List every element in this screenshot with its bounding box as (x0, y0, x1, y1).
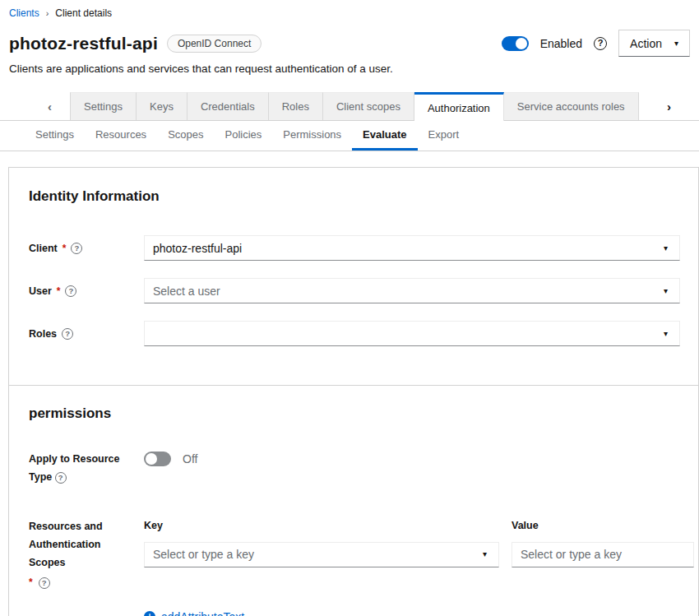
apply-help-icon[interactable]: ? (55, 472, 67, 484)
identity-form: Client * ? photoz-restful-api ▾ User * ?… (29, 235, 680, 346)
subtab-scopes[interactable]: Scopes (157, 121, 214, 151)
required-asterisk: * (57, 285, 61, 297)
tab-client-scopes[interactable]: Client scopes (323, 92, 414, 120)
user-select[interactable]: Select a user ▾ (144, 278, 680, 303)
apply-to-resource-type-row: Apply to Resource Type ? Off (29, 451, 680, 487)
help-icon[interactable]: ? (594, 37, 607, 50)
caret-down-icon: ▾ (664, 287, 671, 295)
apply-to-resource-type-toggle[interactable] (144, 452, 171, 466)
caret-down-icon: ▾ (664, 244, 671, 252)
subtab-permissions[interactable]: Permissions (272, 121, 352, 151)
tab-settings[interactable]: Settings (70, 92, 137, 120)
enabled-label: Enabled (540, 37, 582, 50)
client-select[interactable]: photoz-restful-api ▾ (144, 235, 680, 261)
user-select-placeholder: Select a user (153, 285, 220, 298)
subtab-policies[interactable]: Policies (215, 121, 273, 151)
client-field-label: Client * ? (29, 243, 144, 254)
subtab-export[interactable]: Export (418, 121, 470, 151)
key-value-columns: Key Select or type a key ▾ Value (144, 518, 694, 567)
action-dropdown[interactable]: Action ▾ (618, 30, 690, 57)
identity-information-title: Identity Information (29, 188, 680, 205)
key-column-header: Key (144, 520, 499, 531)
client-select-value: photoz-restful-api (153, 242, 242, 255)
caret-down-icon: ▾ (674, 39, 678, 48)
enabled-toggle[interactable] (502, 36, 529, 51)
value-input[interactable] (521, 548, 685, 561)
resources-help-icon[interactable]: ? (39, 577, 50, 589)
value-input-wrap (512, 542, 694, 567)
tab-credentials[interactable]: Credentials (187, 92, 269, 120)
key-column: Key Select or type a key ▾ (144, 518, 499, 567)
subtab-evaluate[interactable]: Evaluate (352, 121, 417, 151)
tab-roles[interactable]: Roles (269, 92, 323, 120)
roles-field-label: Roles ? (29, 328, 144, 340)
resources-scopes-row: Resources and Authentication Scopes * ? … (29, 518, 680, 592)
identity-information-section: Identity Information Client * ? photoz-r… (9, 168, 698, 385)
client-field-row: Client * ? photoz-restful-api ▾ (29, 235, 680, 261)
add-attribute-button[interactable]: addAttributeText (161, 610, 244, 616)
roles-field-row: Roles ? ▾ (29, 321, 680, 346)
tab-scroll-left-icon[interactable]: ‹ (0, 92, 70, 120)
user-field-row: User * ? Select a user ▾ (29, 278, 680, 303)
tab-service-accounts-roles[interactable]: Service accounts roles (504, 92, 639, 120)
resources-scopes-label: Resources and Authentication Scopes * ? (29, 518, 144, 592)
apply-toggle-control: Off (144, 452, 197, 466)
user-field-label: User * ? (29, 285, 144, 297)
page-title: photoz-restful-api (9, 34, 158, 53)
evaluate-card: Identity Information Client * ? photoz-r… (8, 167, 699, 616)
permissions-section: permissions Apply to Resource Type ? Off… (9, 386, 698, 616)
subtab-settings[interactable]: Settings (25, 121, 85, 151)
action-dropdown-label: Action (630, 37, 662, 50)
key-select-placeholder: Select or type a key (153, 548, 254, 561)
page-header: photoz-restful-api OpenID Connect Enable… (9, 30, 690, 57)
breadcrumb-clients-link[interactable]: Clients (9, 7, 39, 19)
required-asterisk: * (62, 243, 67, 254)
caret-down-icon: ▾ (483, 550, 490, 558)
page-description: Clients are applications and services th… (9, 63, 690, 75)
roles-select[interactable]: ▾ (144, 321, 680, 346)
caret-down-icon: ▾ (664, 330, 671, 338)
toggle-state-label: Off (183, 452, 197, 465)
subtab-resources[interactable]: Resources (85, 121, 157, 151)
toggle-knob (146, 453, 157, 465)
required-help-line: * ? (29, 574, 134, 591)
protocol-badge: OpenID Connect (167, 35, 262, 53)
breadcrumb-current: Client details (55, 7, 112, 19)
permissions-title: permissions (29, 405, 680, 422)
client-help-icon[interactable]: ? (71, 243, 82, 254)
tab-keys[interactable]: Keys (137, 92, 187, 120)
main-tabbar: ‹ Settings Keys Credentials Roles Client… (0, 92, 699, 121)
toggle-knob (516, 38, 527, 49)
authorization-subtabs: Settings Resources Scopes Policies Permi… (0, 121, 699, 151)
breadcrumb-separator-icon: › (46, 8, 49, 18)
user-help-icon[interactable]: ? (65, 285, 76, 297)
apply-to-resource-type-label: Apply to Resource Type ? (29, 451, 144, 487)
title-wrap: photoz-restful-api OpenID Connect (9, 34, 262, 53)
key-select[interactable]: Select or type a key ▾ (144, 542, 499, 567)
roles-help-icon[interactable]: ? (62, 328, 73, 340)
header-controls: Enabled ? Action ▾ (502, 30, 690, 57)
value-column: Value (512, 518, 694, 567)
tab-scroll-right-icon[interactable]: › (639, 92, 699, 120)
breadcrumb: Clients › Client details (0, 0, 699, 19)
add-attribute-row: + addAttributeText (29, 610, 680, 616)
plus-circle-icon: + (144, 611, 155, 616)
value-column-header: Value (512, 520, 694, 531)
tab-authorization[interactable]: Authorization (414, 92, 504, 121)
required-asterisk: * (29, 574, 33, 591)
